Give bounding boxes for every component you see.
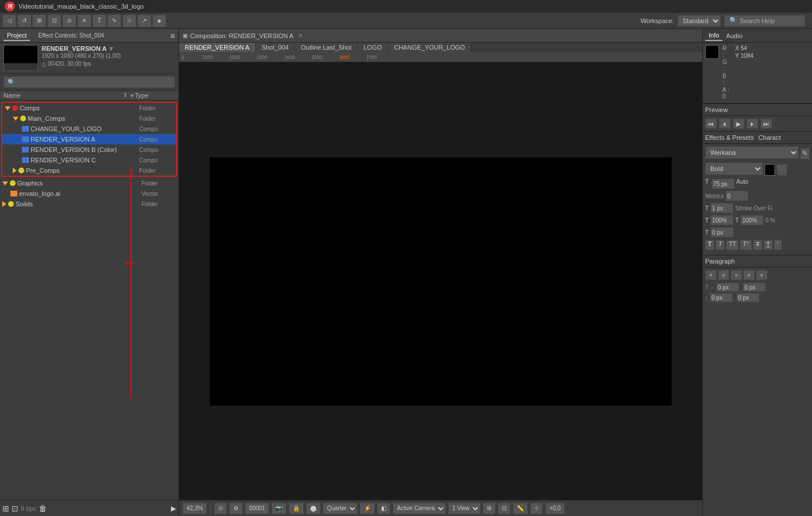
- color-btn[interactable]: ⬤: [306, 503, 321, 514]
- tree-item-graphics[interactable]: Graphics Folder: [0, 178, 178, 188]
- prev-play-btn[interactable]: ▶: [733, 118, 744, 129]
- project-search-input[interactable]: [3, 76, 175, 88]
- indent-r-input[interactable]: [743, 283, 766, 292]
- tree-item-render-c[interactable]: RENDER_VERSION C Compo: [2, 155, 176, 165]
- t-small-btn[interactable]: ᵀ: [774, 240, 782, 250]
- tool-btn-9[interactable]: ⊹: [122, 14, 136, 27]
- align-left-btn[interactable]: ≡: [705, 270, 717, 280]
- t-strikethrough-btn[interactable]: T̶: [753, 240, 762, 250]
- pct-label: 0 %: [765, 217, 775, 224]
- fast-preview-btn[interactable]: ⚡: [360, 503, 375, 514]
- icon-view-icon[interactable]: ⊡: [12, 504, 18, 513]
- color-swatch[interactable]: [705, 45, 719, 59]
- tree-item-change-logo[interactable]: CHANGE_YOUR_LOGO Compo: [2, 124, 176, 134]
- tree-item-comps[interactable]: Comps Folder: [2, 103, 176, 113]
- tab-render-version-a[interactable]: RENDER_VERSION A: [179, 43, 256, 52]
- justify-all-btn[interactable]: ≡: [756, 270, 768, 280]
- bold-btn[interactable]: T: [705, 240, 714, 250]
- tt-btn[interactable]: TT: [726, 240, 739, 250]
- font-selector[interactable]: Werkana: [705, 146, 799, 159]
- tab-info[interactable]: Info: [705, 31, 722, 41]
- font-edit-btn[interactable]: ✎: [800, 148, 810, 159]
- tool-btn-11[interactable]: ◈: [152, 14, 166, 27]
- view-options-btn[interactable]: ⊞: [483, 503, 496, 514]
- paragraph-panel-header: Paragraph: [703, 255, 812, 268]
- tool-btn-5[interactable]: ⊙: [62, 14, 76, 27]
- baseline-input[interactable]: [710, 227, 733, 237]
- tool-btn-10[interactable]: ↗: [137, 14, 151, 27]
- metrics-input[interactable]: [725, 191, 748, 201]
- tool-btn-1[interactable]: ◁: [2, 14, 16, 27]
- spacing-label: ↕: [705, 295, 708, 301]
- tool-btn-8[interactable]: ✎: [107, 14, 121, 27]
- prev-back-btn[interactable]: ⏴: [719, 118, 731, 129]
- t-underline-btn[interactable]: T̲: [763, 240, 773, 250]
- tab-project[interactable]: Project: [3, 31, 30, 41]
- grid-btn[interactable]: ⊡: [498, 503, 511, 514]
- b-label: B :: [722, 73, 729, 86]
- tab-shot-004[interactable]: Shot_004: [256, 43, 295, 52]
- guides-btn[interactable]: ⊹: [530, 503, 543, 514]
- trash-icon[interactable]: 🗑: [39, 504, 47, 513]
- camera-icon-btn[interactable]: 📷: [271, 503, 286, 514]
- file-tree-header: Name ⬆ ◈ Type: [0, 91, 178, 101]
- views-select[interactable]: 1 View: [448, 503, 481, 514]
- tab-audio[interactable]: Audio: [722, 31, 746, 40]
- font-weight-selector[interactable]: Bold: [705, 162, 763, 175]
- tab-outline-last-shot[interactable]: Outline Last_Shot: [295, 43, 357, 52]
- comp-close-icon[interactable]: ✕: [298, 32, 303, 39]
- stroke-input[interactable]: [710, 203, 733, 213]
- tool-btn-2[interactable]: ↺: [17, 14, 31, 27]
- font-size-input[interactable]: [712, 179, 735, 189]
- tab-effect-controls[interactable]: Effect Controls: Shot_004: [35, 31, 107, 40]
- tree-item-envato-logo[interactable]: envato_logo.ai Vector: [0, 188, 178, 199]
- tree-item-render-a[interactable]: RENDER_VERSION A Compo: [2, 134, 176, 144]
- rulers-btn[interactable]: 📏: [513, 503, 528, 514]
- alpha-btn[interactable]: ◧: [377, 503, 390, 514]
- timecode-display[interactable]: 00001: [245, 503, 269, 514]
- tree-item-pre-comps[interactable]: Pre_Comps Folder: [2, 165, 176, 176]
- tool-btn-3[interactable]: ⊞: [32, 14, 46, 27]
- settings-btn[interactable]: ⚙: [229, 503, 243, 514]
- indent-input[interactable]: [716, 283, 739, 292]
- align-right-btn[interactable]: ≡: [731, 270, 742, 280]
- tool-btn-6[interactable]: ✕: [77, 14, 91, 27]
- space-after-input[interactable]: [736, 293, 759, 302]
- space-before-input[interactable]: [710, 293, 733, 302]
- list-view-icon[interactable]: ⊞: [2, 504, 9, 513]
- tool-btn-4[interactable]: ⊡: [47, 14, 61, 27]
- workspace-select[interactable]: Standard: [677, 15, 721, 27]
- quality-select[interactable]: Quarter: [323, 503, 357, 514]
- prev-first-btn[interactable]: ⏮: [705, 118, 717, 129]
- align-center-btn[interactable]: ≡: [718, 270, 729, 280]
- snap-btn[interactable]: ⊙: [214, 503, 227, 514]
- filter-icon[interactable]: ◈: [130, 92, 135, 99]
- lock-btn[interactable]: 🔒: [289, 503, 304, 514]
- camera-select[interactable]: Active Camera: [393, 503, 446, 514]
- offset-display[interactable]: +0,0: [545, 503, 565, 514]
- tree-item-solids[interactable]: Solids Folder: [0, 199, 178, 209]
- sort-icon[interactable]: ⬆: [123, 92, 128, 99]
- prev-last-btn[interactable]: ⏭: [761, 118, 772, 129]
- scroll-right-icon[interactable]: ▶: [171, 504, 176, 513]
- font-color-alt[interactable]: [777, 164, 787, 176]
- workspace-area: Workspace: Standard 🔍 Search Help: [640, 15, 810, 27]
- tab-change-your-logo[interactable]: CHANGE_YOUR_LOGO: [388, 43, 471, 52]
- panel-menu-icon[interactable]: ≡: [170, 31, 175, 40]
- justify-btn[interactable]: ≡: [743, 270, 755, 280]
- bpc-label: 8 bpc: [21, 505, 36, 512]
- zoom-btn[interactable]: 42,3%: [182, 503, 207, 514]
- character-tab[interactable]: Charact: [758, 134, 781, 141]
- tree-item-main-comps[interactable]: Main_Comps Folder: [2, 113, 176, 124]
- tool-btn-7[interactable]: T: [92, 14, 106, 27]
- scale-h-input[interactable]: [710, 215, 733, 225]
- scale-v-input[interactable]: [740, 215, 763, 225]
- font-color-swatch[interactable]: [765, 164, 775, 176]
- prev-fwd-btn[interactable]: ⏵: [747, 118, 758, 129]
- search-help-input[interactable]: 🔍 Search Help: [724, 15, 805, 27]
- t-sub-btn[interactable]: Tᵀ: [740, 240, 751, 250]
- italic-btn[interactable]: T: [716, 240, 725, 250]
- app-logo: 河: [5, 1, 15, 12]
- tree-item-render-b[interactable]: RENDER_VERSION B (Color) Compo: [2, 144, 176, 155]
- tab-logo[interactable]: LOGO: [357, 43, 388, 52]
